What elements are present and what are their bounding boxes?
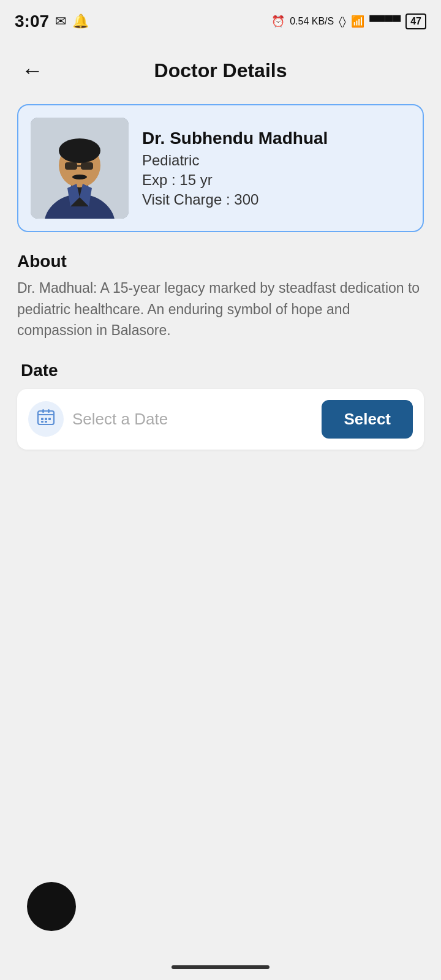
doctor-experience: Exp : 15 yr (142, 172, 410, 189)
about-text: Dr. Madhual: A 15-year legacy marked by … (17, 277, 424, 341)
calendar-icon (37, 408, 55, 431)
status-bar: 3:07 ✉ 🔔 ⏰ 0.54 KB/S 〈〉 📶 ▀▀▀▀ 47 (0, 0, 441, 43)
page-title: Doctor Details (48, 59, 393, 82)
top-navigation: ← Doctor Details (0, 43, 441, 98)
svg-rect-18 (48, 418, 51, 420)
select-date-button[interactable]: Select (322, 400, 413, 439)
svg-point-5 (59, 138, 100, 163)
date-placeholder-text: Select a Date (72, 410, 313, 429)
doctor-name: Dr. Subhendu Madhual (142, 129, 410, 148)
back-arrow-icon: ← (21, 59, 43, 81)
svg-rect-7 (81, 162, 93, 170)
battery-indicator: 47 (405, 13, 426, 29)
back-button[interactable]: ← (17, 55, 48, 86)
svg-point-9 (72, 175, 87, 179)
wifi-icon: 〈〉 (339, 15, 346, 28)
svg-rect-20 (45, 421, 47, 423)
main-content: Dr. Subhendu Madhual Pediatric Exp : 15 … (0, 98, 441, 486)
svg-rect-16 (41, 418, 43, 420)
fab-button[interactable] (27, 882, 76, 931)
svg-rect-17 (45, 418, 47, 420)
svg-rect-6 (65, 162, 77, 170)
status-left: 3:07 ✉ 🔔 (15, 12, 89, 31)
doctor-info: Dr. Subhendu Madhual Pediatric Exp : 15 … (142, 129, 410, 208)
status-time: 3:07 (15, 12, 49, 31)
bottom-nav-bar (172, 965, 270, 969)
data-speed-text: 0.54 KB/S (290, 16, 334, 27)
date-label: Date (17, 361, 424, 380)
doctor-specialization: Pediatric (142, 152, 410, 169)
about-section: About Dr. Madhual: A 15-year legacy mark… (17, 252, 424, 341)
date-section: Date Select a Date (17, 361, 424, 450)
doctor-photo-inner (31, 118, 129, 219)
doctor-card: Dr. Subhendu Madhual Pediatric Exp : 15 … (17, 104, 424, 232)
svg-rect-15 (48, 409, 50, 413)
notification-icon: 🔔 (72, 13, 89, 29)
doctor-photo (31, 118, 129, 219)
cellular-icon: ▀▀▀▀ (369, 15, 401, 28)
alarm-icon: ⏰ (271, 15, 285, 28)
date-picker-box[interactable]: Select a Date Select (17, 389, 424, 450)
svg-rect-19 (41, 421, 43, 423)
calendar-icon-wrap (28, 401, 64, 437)
about-title: About (17, 252, 424, 271)
signal-icon: 📶 (351, 15, 364, 28)
message-icon: ✉ (55, 13, 66, 29)
doctor-visit-charge: Visit Charge : 300 (142, 191, 410, 208)
status-right: ⏰ 0.54 KB/S 〈〉 📶 ▀▀▀▀ 47 (271, 13, 426, 29)
svg-rect-14 (42, 409, 44, 413)
doctor-avatar-svg (31, 118, 129, 219)
